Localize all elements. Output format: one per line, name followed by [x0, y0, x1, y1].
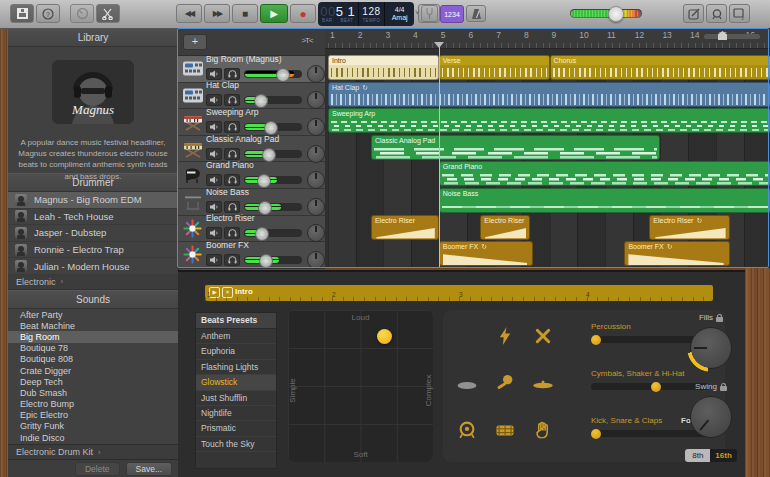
- sound-row[interactable]: Boutique 808: [8, 354, 178, 365]
- lightning-icon[interactable]: [499, 327, 512, 349]
- pan-knob[interactable]: [307, 145, 325, 163]
- volume-slider[interactable]: [244, 203, 302, 211]
- xy-pad[interactable]: Loud Soft Simple Complex: [288, 310, 433, 462]
- volume-slider[interactable]: [244, 176, 302, 184]
- delete-button[interactable]: Delete: [75, 462, 120, 476]
- editor-region-bar[interactable]: ▶ ✕ Intro 1234: [205, 285, 713, 301]
- volume-handle[interactable]: [254, 94, 268, 108]
- region[interactable]: Noise Bass: [439, 188, 770, 213]
- arrange-area[interactable]: 12345678910111213141516 IntroVerseChorus…: [325, 28, 770, 268]
- solo-button[interactable]: [224, 68, 240, 80]
- solo-button[interactable]: [224, 94, 240, 106]
- sound-row[interactable]: Indie Disco: [8, 432, 178, 443]
- playhead[interactable]: [439, 42, 440, 268]
- pan-knob[interactable]: [307, 251, 325, 269]
- tuner-button[interactable]: [421, 5, 438, 22]
- solo-button[interactable]: [224, 174, 240, 186]
- track-row[interactable]: Sweeping Arp: [178, 109, 325, 136]
- preset-row[interactable]: Anthem: [196, 329, 276, 344]
- quick-help-button[interactable]: ?: [36, 4, 60, 23]
- region[interactable]: Grand Piano: [439, 161, 770, 186]
- lcd-tempo[interactable]: 128 TEMPO: [359, 2, 386, 26]
- stop-button[interactable]: ■: [232, 4, 258, 23]
- drummer-row[interactable]: Ronnie - Electro Trap: [8, 242, 178, 259]
- mute-button[interactable]: [206, 68, 222, 80]
- mute-button[interactable]: [206, 201, 222, 213]
- volume-slider[interactable]: [244, 123, 302, 131]
- lcd-key-signature[interactable]: 4/4 Amaj: [385, 2, 414, 26]
- track-row[interactable]: Electro Riser: [178, 216, 325, 243]
- region[interactable]: Boomer FX↻: [624, 241, 729, 266]
- pan-knob[interactable]: [307, 171, 325, 189]
- editor-refresh-icon[interactable]: ✕: [222, 287, 233, 298]
- add-track-button[interactable]: +: [183, 34, 207, 50]
- volume-handle[interactable]: [255, 227, 269, 241]
- region[interactable]: Classic Analog Pad: [371, 135, 660, 160]
- region[interactable]: Verse: [439, 55, 550, 80]
- preset-row[interactable]: Flashing Lights: [196, 360, 276, 375]
- xy-puck[interactable]: [377, 329, 392, 344]
- track-row[interactable]: Noise Bass: [178, 189, 325, 216]
- notepad-button[interactable]: [683, 4, 704, 23]
- solo-button[interactable]: [224, 254, 240, 266]
- preset-row[interactable]: Glowstick: [196, 375, 276, 390]
- pan-knob[interactable]: [307, 198, 325, 216]
- solo-button[interactable]: [224, 121, 240, 133]
- master-volume-slider[interactable]: [570, 9, 642, 18]
- record-button[interactable]: ●: [290, 4, 316, 23]
- loop-browser-button[interactable]: [706, 4, 727, 23]
- sixteenth-button[interactable]: 16th: [710, 449, 736, 462]
- preset-row[interactable]: Just Shufflin: [196, 391, 276, 406]
- media-browser-button[interactable]: ♪: [729, 4, 750, 23]
- volume-handle[interactable]: [276, 68, 290, 82]
- save-button[interactable]: Save...: [126, 462, 172, 476]
- pan-knob[interactable]: [307, 118, 325, 136]
- preset-row[interactable]: Touch the Sky: [196, 437, 276, 452]
- sound-row[interactable]: Beat Machine: [8, 320, 178, 331]
- preset-row[interactable]: Euphoria: [196, 344, 276, 359]
- region[interactable]: Electro Riser: [480, 215, 530, 240]
- volume-handle[interactable]: [258, 201, 272, 215]
- sound-row[interactable]: Epic Electro: [8, 410, 178, 421]
- snare-drum-icon[interactable]: [496, 423, 515, 441]
- pan-knob[interactable]: [307, 65, 325, 83]
- sound-row[interactable]: After Party: [8, 309, 178, 320]
- mute-button[interactable]: [206, 148, 222, 160]
- region[interactable]: Sweeping Arp: [328, 108, 770, 133]
- mute-button[interactable]: [206, 254, 222, 266]
- preset-row[interactable]: Nightlife: [196, 406, 276, 421]
- volume-handle[interactable]: [257, 174, 271, 188]
- preset-row[interactable]: Prismatic: [196, 421, 276, 436]
- volume-slider[interactable]: [244, 229, 302, 237]
- kit-slider-handle[interactable]: [651, 382, 661, 392]
- volume-slider[interactable]: [244, 150, 302, 158]
- drummer-row[interactable]: Magnus - Big Room EDM: [8, 192, 178, 209]
- kick-drum-icon[interactable]: [458, 421, 476, 443]
- pan-knob[interactable]: [307, 224, 325, 242]
- smart-controls-button[interactable]: [70, 4, 94, 23]
- region[interactable]: Boomer FX↻: [439, 241, 533, 266]
- catch-playhead-icon[interactable]: >T<: [295, 34, 319, 48]
- sound-row[interactable]: Boutique 78: [8, 343, 178, 354]
- swing-knob[interactable]: [690, 396, 732, 438]
- editors-button[interactable]: [96, 4, 120, 23]
- region[interactable]: Electro Riser↻: [649, 215, 729, 240]
- sound-row[interactable]: Deep Tech: [8, 376, 178, 387]
- clap-hand-icon[interactable]: [536, 422, 551, 443]
- forward-button[interactable]: ▶▶: [204, 4, 230, 23]
- track-row[interactable]: Hat Clap: [178, 83, 325, 110]
- mute-button[interactable]: [206, 174, 222, 186]
- volume-slider[interactable]: [244, 70, 302, 78]
- kit-slider-handle[interactable]: [591, 335, 601, 345]
- mute-button[interactable]: [206, 121, 222, 133]
- cymbal-icon[interactable]: [533, 376, 554, 394]
- region[interactable]: Hat Clap↻: [328, 82, 770, 107]
- category-row-electronic[interactable]: Electronic›: [8, 275, 178, 290]
- volume-handle[interactable]: [264, 121, 278, 135]
- volume-slider[interactable]: [244, 96, 302, 104]
- sound-row[interactable]: Big Room: [8, 331, 178, 342]
- lcd-display[interactable]: 005 1 BARBEAT 128 TEMPO 4/4 Amaj: [318, 2, 414, 26]
- track-row[interactable]: Boomer FX: [178, 242, 325, 269]
- volume-handle[interactable]: [262, 148, 276, 162]
- drummer-row[interactable]: Jasper - Dubstep: [8, 225, 178, 242]
